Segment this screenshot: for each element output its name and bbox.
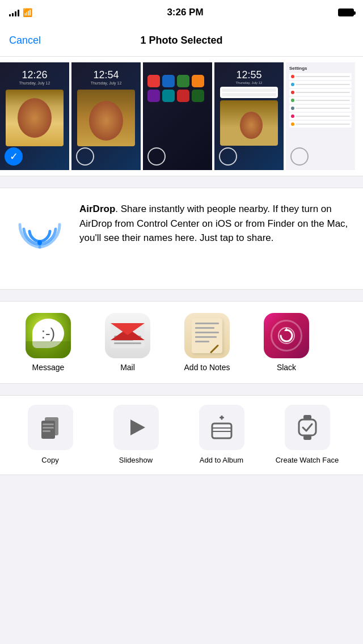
notes-icon bbox=[184, 313, 230, 358]
airdrop-description: AirDrop. Share instantly with people nea… bbox=[79, 202, 352, 245]
watch-face-icon bbox=[296, 415, 319, 440]
share-item-notes[interactable]: Add to Notes bbox=[170, 313, 244, 372]
nav-title: 1 Photo Selected bbox=[140, 35, 222, 46]
nav-bar: Cancel 1 Photo Selected bbox=[0, 25, 363, 57]
add-album-label: Add to Album bbox=[200, 456, 243, 465]
wifi-icon: 📶 bbox=[23, 8, 32, 17]
airdrop-desc-text: . Share instantly with people nearby. If… bbox=[79, 204, 348, 243]
photo-unselected-badge-5 bbox=[290, 147, 309, 166]
battery-icon bbox=[338, 9, 354, 16]
photo-thumb-2[interactable]: 12:54 Thursday, July 12 bbox=[71, 62, 141, 170]
share-row: :-) Message bbox=[0, 301, 363, 384]
svg-point-0 bbox=[37, 240, 42, 245]
action-icons-container: Copy Slideshow bbox=[6, 405, 357, 465]
slack-icon bbox=[264, 313, 309, 358]
watch-face-label: Create Watch Face bbox=[276, 456, 339, 465]
status-bar: 📶 3:26 PM bbox=[0, 0, 363, 25]
photo-selected-badge: ✓ bbox=[5, 147, 23, 166]
photo-thumb-5[interactable]: Settings bbox=[286, 62, 355, 170]
copy-icon bbox=[39, 415, 62, 440]
action-row: Copy Slideshow bbox=[0, 395, 363, 475]
watch-face-icon-box bbox=[285, 405, 330, 450]
action-item-watch-face[interactable]: Create Watch Face bbox=[266, 405, 348, 465]
status-left: 📶 bbox=[9, 8, 32, 17]
share-icons-container: :-) Message bbox=[6, 313, 357, 372]
add-album-icon bbox=[210, 416, 234, 439]
svg-rect-13 bbox=[221, 416, 222, 420]
photo-strip: 12:26 Thursday, July 12 ✓ 12:54 Thursday… bbox=[0, 57, 363, 176]
share-item-slack[interactable]: Slack bbox=[250, 313, 323, 372]
signal-bars bbox=[9, 9, 19, 16]
share-item-message[interactable]: :-) Message bbox=[11, 313, 85, 372]
copy-icon-box bbox=[28, 405, 73, 450]
airdrop-heading: AirDrop bbox=[79, 204, 115, 214]
photo-unselected-badge-2 bbox=[76, 147, 94, 166]
photo-unselected-badge-4 bbox=[219, 147, 237, 166]
photo-thumb-1[interactable]: 12:26 Thursday, July 12 ✓ bbox=[0, 62, 69, 170]
photo-thumb-3[interactable] bbox=[143, 62, 212, 170]
message-label: Message bbox=[32, 363, 65, 372]
mail-label: Mail bbox=[120, 363, 135, 372]
slack-label: Slack bbox=[277, 363, 296, 372]
share-item-mail[interactable]: Mail bbox=[91, 313, 164, 372]
airdrop-rings-svg bbox=[17, 207, 62, 253]
svg-rect-5 bbox=[43, 423, 54, 425]
slideshow-icon-box bbox=[113, 405, 159, 450]
message-icon: :-) bbox=[26, 313, 71, 358]
svg-rect-16 bbox=[299, 420, 316, 435]
status-time: 3:26 PM bbox=[167, 7, 203, 18]
slideshow-icon bbox=[125, 416, 147, 439]
svg-rect-6 bbox=[43, 427, 54, 429]
action-item-add-album[interactable]: Add to Album bbox=[180, 405, 263, 465]
action-item-copy[interactable]: Copy bbox=[9, 405, 91, 465]
airdrop-icon bbox=[11, 202, 68, 259]
svg-rect-7 bbox=[43, 430, 50, 432]
cancel-button[interactable]: Cancel bbox=[9, 35, 41, 46]
photo-unselected-badge-3 bbox=[147, 147, 166, 166]
slideshow-label: Slideshow bbox=[119, 456, 153, 465]
svg-rect-4 bbox=[41, 421, 55, 439]
action-item-slideshow[interactable]: Slideshow bbox=[95, 405, 177, 465]
notes-label: Add to Notes bbox=[184, 363, 230, 372]
photo-thumb-4[interactable]: 12:55 Thursday, July 12 bbox=[214, 62, 284, 170]
copy-label: Copy bbox=[41, 456, 58, 465]
status-right bbox=[338, 9, 354, 16]
airdrop-section: AirDrop. Share instantly with people nea… bbox=[0, 188, 363, 290]
add-album-icon-box bbox=[199, 405, 244, 450]
svg-marker-8 bbox=[130, 420, 145, 435]
mail-icon bbox=[105, 313, 150, 358]
